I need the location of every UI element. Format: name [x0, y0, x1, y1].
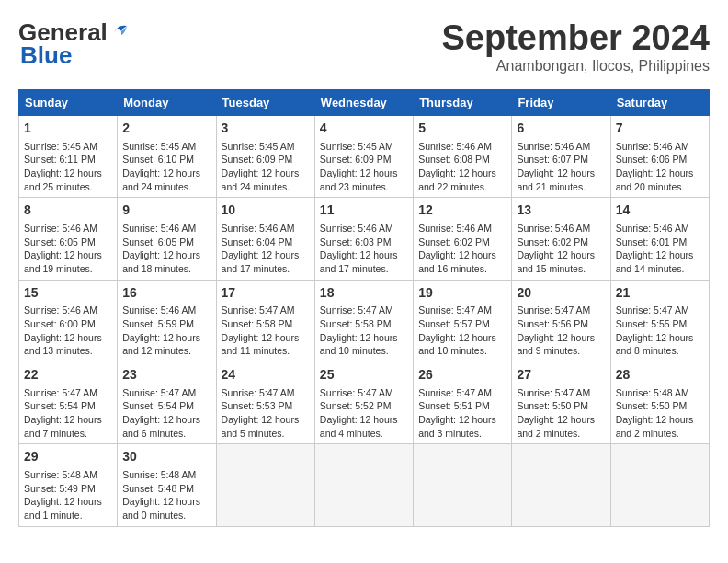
table-row: 2Sunrise: 5:45 AMSunset: 6:10 PMDaylight…	[118, 116, 216, 198]
table-row: 30Sunrise: 5:48 AMSunset: 5:48 PMDayligh…	[118, 444, 216, 526]
day-info: Sunrise: 5:48 AMSunset: 5:48 PMDaylight:…	[122, 468, 210, 523]
table-row: 1Sunrise: 5:45 AMSunset: 6:11 PMDaylight…	[19, 116, 118, 198]
calendar-table: Sunday Monday Tuesday Wednesday Thursday…	[18, 89, 710, 527]
day-number: 6	[517, 120, 605, 138]
table-row: 17Sunrise: 5:47 AMSunset: 5:58 PMDayligh…	[216, 280, 314, 362]
table-row	[512, 444, 610, 526]
day-info: Sunrise: 5:47 AMSunset: 5:56 PMDaylight:…	[517, 304, 605, 358]
table-row: 14Sunrise: 5:46 AMSunset: 6:01 PMDayligh…	[610, 198, 709, 280]
day-info: Sunrise: 5:46 AMSunset: 6:02 PMDaylight:…	[418, 222, 506, 276]
table-row: 11Sunrise: 5:46 AMSunset: 6:03 PMDayligh…	[314, 198, 413, 280]
table-row: 21Sunrise: 5:47 AMSunset: 5:55 PMDayligh…	[610, 280, 709, 362]
day-number: 16	[122, 284, 210, 303]
table-row: 8Sunrise: 5:46 AMSunset: 6:05 PMDaylight…	[19, 198, 118, 280]
logo-blue: Blue	[20, 41, 72, 70]
day-info: Sunrise: 5:47 AMSunset: 5:54 PMDaylight:…	[24, 386, 112, 441]
table-row: 27Sunrise: 5:47 AMSunset: 5:50 PMDayligh…	[512, 362, 610, 444]
day-number: 28	[616, 366, 704, 385]
day-info: Sunrise: 5:45 AMSunset: 6:09 PMDaylight:…	[320, 140, 408, 194]
table-row: 25Sunrise: 5:47 AMSunset: 5:52 PMDayligh…	[314, 362, 413, 444]
day-info: Sunrise: 5:45 AMSunset: 6:10 PMDaylight:…	[122, 140, 210, 194]
day-number: 1	[24, 120, 112, 138]
table-row: 16Sunrise: 5:46 AMSunset: 5:59 PMDayligh…	[118, 280, 216, 362]
col-tuesday: Tuesday	[216, 90, 314, 116]
day-number: 11	[320, 201, 408, 220]
day-number: 13	[517, 201, 605, 220]
table-row: 13Sunrise: 5:46 AMSunset: 6:02 PMDayligh…	[512, 198, 610, 280]
day-number: 26	[418, 366, 506, 385]
table-row: 22Sunrise: 5:47 AMSunset: 5:54 PMDayligh…	[19, 362, 118, 444]
table-row: 19Sunrise: 5:47 AMSunset: 5:57 PMDayligh…	[414, 280, 512, 362]
day-info: Sunrise: 5:47 AMSunset: 5:57 PMDaylight:…	[418, 304, 506, 358]
table-row	[314, 444, 413, 526]
day-info: Sunrise: 5:48 AMSunset: 5:49 PMDaylight:…	[24, 468, 112, 523]
day-number: 4	[320, 120, 408, 138]
col-thursday: Thursday	[414, 90, 512, 116]
logo-bird-icon	[110, 20, 131, 40]
logo: General Blue	[18, 18, 131, 70]
day-info: Sunrise: 5:47 AMSunset: 5:52 PMDaylight:…	[320, 386, 408, 441]
day-number: 2	[122, 120, 210, 138]
day-info: Sunrise: 5:48 AMSunset: 5:50 PMDaylight:…	[616, 386, 704, 441]
day-info: Sunrise: 5:47 AMSunset: 5:58 PMDaylight:…	[320, 304, 408, 358]
page-header: General Blue September 2024 Anambongan, …	[18, 18, 710, 75]
table-row: 9Sunrise: 5:46 AMSunset: 6:05 PMDaylight…	[118, 198, 216, 280]
day-number: 30	[122, 448, 210, 466]
day-info: Sunrise: 5:47 AMSunset: 5:53 PMDaylight:…	[222, 386, 310, 441]
day-info: Sunrise: 5:46 AMSunset: 6:05 PMDaylight:…	[24, 222, 112, 276]
day-number: 24	[222, 366, 310, 385]
col-friday: Friday	[512, 90, 610, 116]
table-row: 6Sunrise: 5:46 AMSunset: 6:07 PMDaylight…	[512, 116, 610, 198]
day-info: Sunrise: 5:47 AMSunset: 5:58 PMDaylight:…	[222, 304, 310, 358]
table-row: 26Sunrise: 5:47 AMSunset: 5:51 PMDayligh…	[414, 362, 512, 444]
day-info: Sunrise: 5:47 AMSunset: 5:50 PMDaylight:…	[517, 386, 605, 441]
calendar-week-row: 22Sunrise: 5:47 AMSunset: 5:54 PMDayligh…	[19, 362, 710, 444]
table-row: 24Sunrise: 5:47 AMSunset: 5:53 PMDayligh…	[216, 362, 314, 444]
calendar-week-row: 1Sunrise: 5:45 AMSunset: 6:11 PMDaylight…	[19, 116, 710, 198]
day-number: 29	[24, 448, 112, 466]
day-number: 23	[122, 366, 210, 385]
title-block: September 2024 Anambongan, Ilocos, Phili…	[442, 18, 711, 75]
table-row: 10Sunrise: 5:46 AMSunset: 6:04 PMDayligh…	[216, 198, 314, 280]
table-row: 20Sunrise: 5:47 AMSunset: 5:56 PMDayligh…	[512, 280, 610, 362]
col-monday: Monday	[118, 90, 216, 116]
day-number: 21	[616, 284, 704, 303]
table-row: 15Sunrise: 5:46 AMSunset: 6:00 PMDayligh…	[19, 280, 118, 362]
day-number: 15	[24, 284, 112, 303]
day-number: 5	[418, 120, 506, 138]
day-info: Sunrise: 5:45 AMSunset: 6:11 PMDaylight:…	[24, 140, 112, 194]
day-info: Sunrise: 5:47 AMSunset: 5:55 PMDaylight:…	[616, 304, 704, 358]
day-number: 17	[222, 284, 310, 303]
day-info: Sunrise: 5:46 AMSunset: 6:05 PMDaylight:…	[122, 222, 210, 276]
day-number: 12	[418, 201, 506, 220]
table-row: 23Sunrise: 5:47 AMSunset: 5:54 PMDayligh…	[118, 362, 216, 444]
day-info: Sunrise: 5:46 AMSunset: 6:00 PMDaylight:…	[24, 304, 112, 358]
day-number: 18	[320, 284, 408, 303]
day-info: Sunrise: 5:46 AMSunset: 6:06 PMDaylight:…	[616, 140, 704, 194]
calendar-week-row: 29Sunrise: 5:48 AMSunset: 5:49 PMDayligh…	[19, 444, 710, 526]
day-number: 7	[616, 120, 704, 138]
month-title: September 2024	[442, 18, 711, 58]
table-row	[414, 444, 512, 526]
day-info: Sunrise: 5:46 AMSunset: 6:02 PMDaylight:…	[517, 222, 605, 276]
day-number: 3	[222, 120, 310, 138]
table-row	[216, 444, 314, 526]
calendar-week-row: 15Sunrise: 5:46 AMSunset: 6:00 PMDayligh…	[19, 280, 710, 362]
col-wednesday: Wednesday	[314, 90, 413, 116]
day-info: Sunrise: 5:47 AMSunset: 5:54 PMDaylight:…	[122, 386, 210, 441]
day-info: Sunrise: 5:46 AMSunset: 6:08 PMDaylight:…	[418, 140, 506, 194]
table-row: 4Sunrise: 5:45 AMSunset: 6:09 PMDaylight…	[314, 116, 413, 198]
calendar-header-row: Sunday Monday Tuesday Wednesday Thursday…	[19, 90, 710, 116]
day-info: Sunrise: 5:47 AMSunset: 5:51 PMDaylight:…	[418, 386, 506, 441]
location: Anambongan, Ilocos, Philippines	[442, 58, 711, 75]
table-row: 3Sunrise: 5:45 AMSunset: 6:09 PMDaylight…	[216, 116, 314, 198]
day-number: 10	[222, 201, 310, 220]
day-info: Sunrise: 5:46 AMSunset: 6:01 PMDaylight:…	[616, 222, 704, 276]
day-number: 19	[418, 284, 506, 303]
table-row: 18Sunrise: 5:47 AMSunset: 5:58 PMDayligh…	[314, 280, 413, 362]
table-row: 7Sunrise: 5:46 AMSunset: 6:06 PMDaylight…	[610, 116, 709, 198]
calendar-week-row: 8Sunrise: 5:46 AMSunset: 6:05 PMDaylight…	[19, 198, 710, 280]
day-number: 27	[517, 366, 605, 385]
table-row: 29Sunrise: 5:48 AMSunset: 5:49 PMDayligh…	[19, 444, 118, 526]
day-info: Sunrise: 5:46 AMSunset: 5:59 PMDaylight:…	[122, 304, 210, 358]
